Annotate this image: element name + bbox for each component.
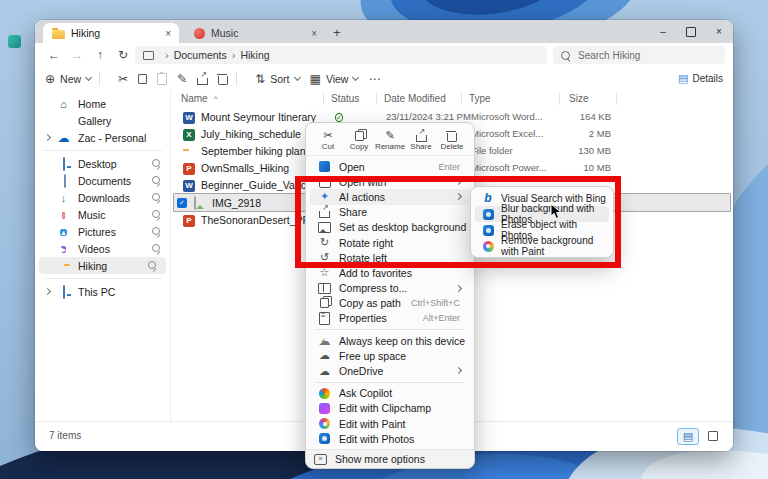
column-header-name[interactable]: Name ^ [181,90,217,107]
up-button[interactable]: ↑ [91,46,109,64]
sidebar-item-music[interactable]: ♪ Music [35,206,170,223]
sidebar-item-pictures[interactable]: ▲ Pictures [35,223,170,240]
menu-item-free-up-space[interactable]: ☁ Free up space [310,348,470,363]
share-quick-button[interactable]: Share [407,129,435,151]
search-input[interactable] [576,49,710,62]
menu-item-edit-with-clipchamp[interactable]: Edit with Clipchamp [310,401,470,416]
paste-button[interactable] [157,73,167,85]
sidebar-item-onedrive[interactable]: ☁ Zac - Personal [35,129,170,146]
sidebar-item-downloads[interactable]: ↓ Downloads [35,189,170,206]
file-type: Microsoft Word... [471,111,543,122]
cut-quick-button[interactable]: ✂ Cut [314,129,342,151]
pin-icon [148,261,156,269]
delete-button[interactable] [218,73,228,85]
menu-item-ask-copilot[interactable]: Ask Copilot [310,386,470,401]
details-view-button[interactable]: ▤ [677,428,699,445]
divider[interactable] [323,92,324,105]
divider[interactable] [616,92,617,105]
menu-item-open[interactable]: Open Enter [310,159,470,174]
menu-item-properties[interactable]: Properties Alt+Enter [310,311,470,326]
menu-item-show-more-options[interactable]: » Show more options [306,449,474,468]
desktop-shortcut-icon[interactable] [8,35,21,48]
close-button[interactable]: × [705,20,733,43]
divider[interactable] [461,92,462,105]
search-box[interactable] [553,46,725,64]
sidebar-item-documents[interactable]: Documents [35,172,170,189]
menu-item-label: Edit with Photos [339,433,470,445]
maximize-button[interactable] [677,20,705,43]
menu-item-label: Edit with Paint [339,418,470,430]
open-icon [318,161,331,172]
pin-icon [152,244,160,252]
chevron-right-icon[interactable] [44,134,51,141]
checkbox-checked[interactable]: ✓ [177,198,187,208]
cut-button[interactable]: ✂ [118,72,128,86]
command-bar: ⊕ New ✂ ✎ ⇅ Sort ▦ View ⋯ [35,67,733,91]
sidebar-item-home[interactable]: ⌂ Home [35,95,170,112]
home-icon: ⌂ [57,98,70,110]
folder-icon [52,30,65,39]
column-header-type[interactable]: Type [469,90,491,107]
details-pane-button[interactable]: ▤ Details [678,67,723,89]
file-size: 130 MB [571,145,611,156]
menu-item-edit-with-photos[interactable]: Edit with Photos [310,431,470,446]
new-button[interactable]: ⊕ New [45,72,91,86]
menu-item-shortcut: Enter [438,162,460,172]
delete-quick-button[interactable]: Delete [438,129,466,151]
column-header-status[interactable]: Status [331,90,359,107]
column-header-size[interactable]: Size [569,90,588,107]
tab-music[interactable]: Music × [185,23,325,43]
show-more-icon: » [314,454,327,465]
navigation-bar: ← → ↑ ↻ › Documents › Hiking [35,43,733,67]
sidebar-item-label: Hiking [78,260,107,272]
share-button[interactable] [197,73,208,85]
chevron-down-icon [352,74,359,81]
sidebar-item-desktop[interactable]: Desktop [35,155,170,172]
sidebar-item-videos[interactable]: ▶ Videos [35,240,170,257]
breadcrumb-separator: › [232,49,236,61]
menu-item-label: Add to favorites [339,267,470,279]
minimize-button[interactable]: – [649,20,677,43]
rename-quick-button[interactable]: ✎ Rename [376,129,404,151]
menu-item-label: OneDrive [339,365,470,377]
maximize-icon [686,27,696,37]
sidebar-item-label: Zac - Personal [78,132,146,144]
more-options-button[interactable]: ⋯ [368,72,380,86]
copy-path-icon [318,298,331,308]
back-button[interactable]: ← [45,46,63,64]
plus-circle-icon: ⊕ [45,72,55,86]
breadcrumb-item-hiking[interactable]: Hiking [240,49,269,61]
breadcrumb[interactable]: › Documents › Hiking [135,46,547,64]
breadcrumb-item-documents[interactable]: Documents [174,49,227,61]
chevron-right-icon[interactable] [44,288,51,295]
tab-close-icon[interactable]: × [311,28,317,39]
rename-button[interactable]: ✎ [177,72,187,86]
refresh-button[interactable]: ↻ [114,46,132,64]
divider[interactable] [376,92,377,105]
file-name: Mount Seymour Itinerary [201,111,316,123]
pin-icon [152,193,160,201]
sort-button[interactable]: ⇅ Sort [255,72,299,86]
menu-item-always-keep-on-device[interactable]: ☁ Always keep on this device [310,333,470,348]
menu-item-edit-with-paint[interactable]: Edit with Paint [310,416,470,431]
new-tab-button[interactable]: + [333,25,341,40]
menu-item-copy-as-path[interactable]: Copy as path Ctrl+Shift+C [310,296,470,311]
sidebar-item-gallery[interactable]: Gallery [35,112,170,129]
sort-ascending-icon: ^ [214,94,218,103]
menu-item-onedrive[interactable]: ☁ OneDrive [310,363,470,378]
mouse-cursor [550,203,562,224]
tab-close-icon[interactable]: × [165,28,171,39]
sidebar-item-hiking[interactable]: Hiking [39,257,166,274]
view-button[interactable]: ▦ View [310,72,359,86]
tab-hiking[interactable]: Hiking × [43,23,179,43]
divider [99,72,100,85]
large-icons-view-button[interactable] [703,428,723,443]
forward-button[interactable]: → [68,46,86,64]
column-header-date[interactable]: Date Modified [384,90,446,107]
divider[interactable] [559,92,560,105]
downloads-icon: ↓ [57,192,70,204]
sidebar-item-this-pc[interactable]: This PC [35,283,170,300]
copy-quick-button[interactable]: Copy [345,129,373,151]
menu-item-compress-to[interactable]: Compress to... [310,281,470,296]
copy-button[interactable] [138,74,147,84]
